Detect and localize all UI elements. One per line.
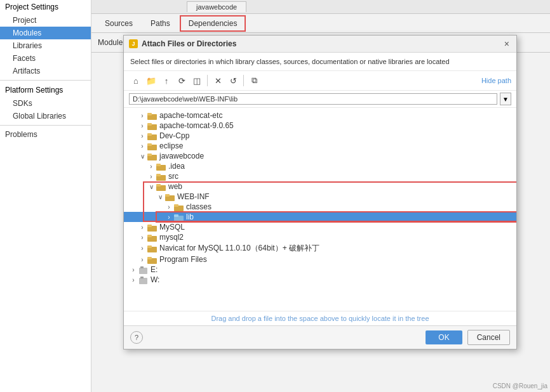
svg-rect-32: [139, 278, 147, 284]
tree-item-javawebcode[interactable]: ∨ javawebcode: [124, 151, 516, 161]
sidebar-item-global-libraries[interactable]: Global Libraries: [0, 110, 91, 122]
toolbar-up-button[interactable]: ↑: [159, 74, 173, 88]
top-tab-bar: Sources Paths Dependencies: [91, 14, 550, 33]
tree-item-dev-cpp[interactable]: › Dev-Cpp: [124, 131, 516, 141]
toolbar-delete-button[interactable]: ✕: [211, 74, 225, 88]
svg-rect-1: [147, 113, 152, 115]
tree-label: Program Files: [159, 255, 207, 264]
tree-item-navicat[interactable]: › Navicat for MySQL 11.0.10（64bit）+ 破解补丁: [124, 242, 516, 254]
tree-label: src: [168, 172, 178, 181]
svg-rect-7: [147, 143, 152, 146]
folder-icon: [164, 193, 175, 201]
tab-dependencies[interactable]: Dependencies: [180, 15, 246, 32]
tree-item-apache-etc[interactable]: › apache-tomcat-etc: [124, 110, 516, 121]
toolbar-home-button[interactable]: ⌂: [129, 74, 143, 88]
expand-arrow-icon: ∨: [147, 183, 156, 190]
hide-path-button[interactable]: Hide path: [481, 77, 511, 84]
tree-label: apache-tomcat-etc: [159, 111, 222, 120]
expand-arrow-icon: ›: [147, 173, 156, 180]
tree-label: lib: [186, 212, 194, 221]
svg-rect-5: [147, 133, 152, 136]
expand-arrow-icon: ›: [164, 204, 173, 211]
tree-item-program-files[interactable]: › Program Files: [124, 254, 516, 265]
sidebar-item-libraries[interactable]: Libraries: [0, 39, 91, 52]
expand-arrow-icon: ›: [147, 163, 156, 170]
svg-rect-15: [156, 184, 161, 186]
svg-rect-19: [174, 204, 178, 207]
expand-arrow-icon: ∨: [156, 193, 164, 200]
toolbar-collapse-button[interactable]: ◫: [190, 74, 204, 88]
tree-item-lib[interactable]: › lib: [124, 212, 516, 222]
path-dropdown-button[interactable]: ▼: [500, 93, 511, 105]
svg-rect-25: [147, 235, 152, 237]
svg-rect-31: [140, 266, 144, 268]
tree-item-mysql2[interactable]: › mysql2: [124, 232, 516, 242]
tab-paths[interactable]: Paths: [142, 16, 178, 31]
dialog-title-text: Attach Files or Directories: [142, 39, 499, 48]
tree-label: eclipse: [159, 141, 183, 150]
svg-rect-21: [174, 214, 178, 217]
tree-item-idea[interactable]: › .idea: [124, 161, 516, 171]
tree-item-eclipse[interactable]: › eclipse: [124, 141, 516, 151]
watermark: CSDN @Rouen_jia: [493, 382, 547, 389]
tree-label: Navicat for MySQL 11.0.10（64bit）+ 破解补丁: [159, 243, 319, 254]
dialog-footer: ? OK Cancel: [124, 325, 516, 349]
tree-label: E:: [151, 265, 158, 274]
help-button[interactable]: ?: [130, 331, 143, 344]
tree-item-src[interactable]: › src: [124, 171, 516, 181]
sidebar-divider: [0, 80, 91, 81]
cancel-button[interactable]: Cancel: [467, 330, 510, 345]
module-tab-javawebcode[interactable]: javawebcode: [187, 1, 246, 12]
drag-hint: Drag and drop a file into the space abov…: [124, 311, 516, 325]
tree-label: web: [168, 182, 182, 191]
svg-rect-33: [140, 277, 144, 278]
dialog-titlebar: J Attach Files or Directories ×: [124, 36, 516, 53]
folder-icon: [156, 183, 166, 191]
folder-icon: [156, 162, 166, 171]
toolbar-copy-button[interactable]: ⧉: [247, 74, 261, 88]
attach-files-dialog: J Attach Files or Directories × Select f…: [123, 35, 517, 350]
tree-label: mysql2: [159, 233, 184, 242]
toolbar-nav-button[interactable]: ⟳: [175, 74, 189, 88]
tree-item-classes[interactable]: › classes: [124, 202, 516, 212]
tree-label: classes: [186, 202, 211, 211]
tab-sources[interactable]: Sources: [97, 16, 141, 31]
tree-item-w-drive[interactable]: › W:: [124, 275, 516, 285]
toolbar-separator-2: [243, 75, 244, 86]
svg-rect-3: [147, 123, 152, 126]
folder-icon: [147, 122, 157, 130]
toolbar-refresh-button[interactable]: ↺: [226, 74, 240, 88]
sidebar-item-artifacts[interactable]: Artifacts: [0, 65, 91, 77]
folder-icon: [173, 213, 184, 221]
path-input[interactable]: [129, 93, 497, 105]
folder-icon: [147, 244, 157, 252]
tree-item-e-drive[interactable]: › E:: [124, 265, 516, 275]
sidebar: Project Settings Project Modules Librari…: [0, 0, 91, 392]
tree-item-web[interactable]: ∨ web: [124, 181, 516, 192]
svg-rect-11: [156, 164, 161, 166]
sidebar-item-modules[interactable]: Modules: [0, 27, 91, 39]
tree-label: javawebcode: [159, 152, 204, 160]
expand-arrow-icon: ›: [138, 143, 147, 150]
tree-item-web-inf[interactable]: ∨ WEB-INF: [124, 192, 516, 202]
sidebar-item-facets[interactable]: Facets: [0, 52, 91, 65]
dialog-description: Select files or directories in which lib…: [124, 53, 516, 71]
dialog-title-icon: J: [129, 39, 138, 48]
folder-icon: [156, 173, 166, 181]
tree-label: W:: [151, 275, 159, 284]
tree-item-apache-tomcat[interactable]: › apache-tomcat-9.0.65: [124, 121, 516, 131]
expand-arrow-icon: ∨: [138, 153, 147, 160]
dialog-close-button[interactable]: ×: [502, 39, 511, 49]
ok-button[interactable]: OK: [426, 330, 462, 344]
sidebar-item-problems[interactable]: Problems: [0, 128, 91, 141]
toolbar-new-folder-button[interactable]: 📁: [144, 74, 158, 88]
sidebar-divider-2: [0, 125, 91, 126]
sidebar-item-sdks[interactable]: SDKs: [0, 97, 91, 110]
platform-settings-header: Platform Settings: [0, 83, 91, 97]
sidebar-item-project[interactable]: Project: [0, 14, 91, 27]
module-tab-bar: javawebcode: [91, 0, 550, 14]
expand-arrow-icon: ›: [138, 133, 147, 140]
tree-item-mysql[interactable]: › MySQL: [124, 222, 516, 232]
expand-arrow-icon: ›: [138, 256, 147, 263]
expand-arrow-icon: ›: [138, 224, 147, 231]
